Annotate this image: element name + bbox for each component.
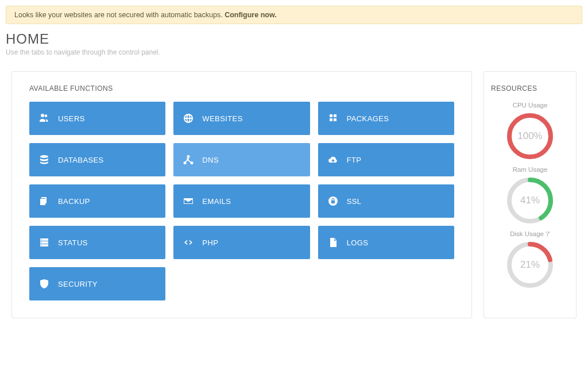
tile-label: STATUS [58, 238, 88, 247]
page-title: HOME [6, 31, 582, 47]
resources-panel: RESOURCES CPU Usage100%Ram Usage41%Disk … [483, 71, 577, 318]
packages-icon [327, 113, 339, 124]
tile-label: BACKUP [58, 197, 90, 206]
tile-dns[interactable]: DNS [173, 143, 310, 176]
users-icon [38, 113, 50, 124]
gauge-value: 41% [506, 176, 554, 225]
tile-label: DNS [202, 156, 219, 164]
gauge-label: CPU Usage [491, 102, 569, 109]
gauge-ring: 100% [506, 112, 554, 160]
mail-icon [183, 195, 194, 207]
tile-label: LOGS [347, 238, 369, 247]
cloud-icon [327, 154, 339, 165]
page-header: HOME Use the tabs to navigate through th… [0, 24, 588, 60]
tile-status[interactable]: STATUS [29, 226, 165, 259]
tile-php[interactable]: PHP [173, 226, 310, 259]
lock-icon [327, 195, 339, 207]
tile-packages[interactable]: PACKAGES [318, 102, 454, 135]
gauge-0: CPU Usage100% [491, 102, 569, 160]
tile-ftp[interactable]: FTP [318, 143, 454, 176]
tile-label: SSL [347, 197, 362, 206]
tile-label: PHP [202, 238, 218, 247]
network-icon [183, 154, 194, 165]
tile-emails[interactable]: EMAILS [173, 184, 310, 218]
copy-icon [38, 195, 50, 207]
functions-grid: USERSWEBSITESPACKAGESDATABASESDNSFTPBACK… [29, 102, 454, 300]
gauge-ring: 21% [506, 241, 554, 289]
tile-users[interactable]: USERS [29, 102, 165, 135]
code-icon [183, 237, 194, 248]
shield-icon [38, 278, 50, 290]
backup-alert: Looks like your websites are not secured… [6, 6, 582, 24]
tile-logs[interactable]: LOGS [318, 226, 454, 259]
tile-label: EMAILS [202, 197, 231, 206]
tile-security[interactable]: SECURITY [29, 267, 165, 300]
gauge-value: 100% [506, 112, 554, 160]
globe-icon [183, 113, 194, 124]
gauge-1: Ram Usage41% [491, 166, 569, 225]
tile-label: FTP [347, 156, 362, 164]
functions-title: AVAILABLE FUNCTIONS [29, 84, 454, 92]
tile-label: SECURITY [58, 280, 98, 288]
functions-panel: AVAILABLE FUNCTIONS USERSWEBSITESPACKAGE… [11, 71, 472, 318]
tile-label: PACKAGES [347, 114, 389, 123]
gauges-container: CPU Usage100%Ram Usage41%Disk Usage '/'2… [491, 102, 569, 289]
tile-label: DATABASES [58, 156, 104, 164]
gauge-2: Disk Usage '/'21% [491, 230, 569, 289]
gauge-ring: 41% [506, 176, 554, 225]
server-icon [38, 237, 50, 248]
gauge-label: Disk Usage '/' [491, 230, 569, 237]
alert-text: Looks like your websites are not secured… [14, 11, 225, 19]
resources-title: RESOURCES [491, 84, 569, 92]
alert-configure-link[interactable]: Configure now. [225, 11, 277, 19]
tile-websites[interactable]: WEBSITES [173, 102, 310, 135]
database-icon [38, 154, 50, 165]
tile-label: WEBSITES [202, 114, 242, 123]
page-subtitle: Use the tabs to navigate through the con… [6, 48, 582, 56]
tile-backup[interactable]: BACKUP [29, 184, 165, 218]
gauge-value: 21% [506, 241, 554, 289]
tile-databases[interactable]: DATABASES [29, 143, 165, 176]
tile-ssl[interactable]: SSL [318, 184, 454, 218]
file-icon [327, 237, 339, 248]
gauge-label: Ram Usage [491, 166, 569, 173]
tile-label: USERS [58, 114, 85, 123]
